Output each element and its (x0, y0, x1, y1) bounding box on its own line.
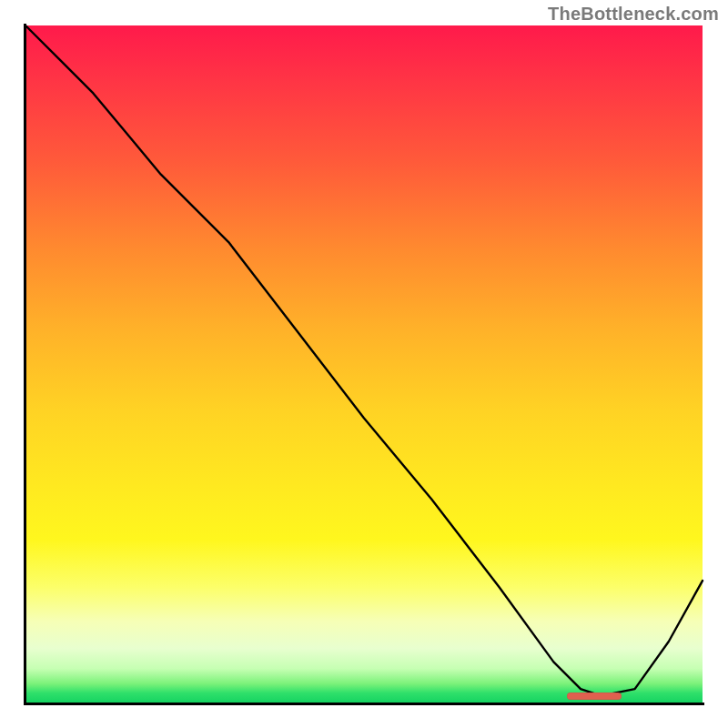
plot-area (25, 25, 703, 703)
chart-container: TheBottleneck.com (0, 0, 728, 728)
line-series (25, 25, 703, 703)
line-path (25, 25, 703, 696)
y-axis (24, 24, 26, 704)
attribution-label: TheBottleneck.com (548, 4, 719, 25)
optimum-marker (567, 693, 622, 700)
x-axis (24, 703, 704, 705)
